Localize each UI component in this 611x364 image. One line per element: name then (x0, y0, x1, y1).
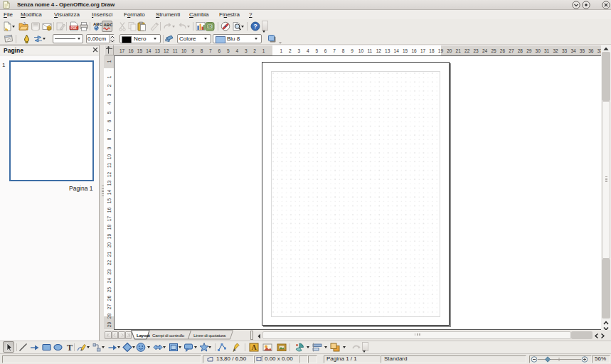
svg-text:PDF: PDF (70, 26, 77, 30)
svg-text:A: A (251, 343, 257, 351)
svg-text:ABC: ABC (93, 22, 103, 26)
svg-text:65: 65 (208, 25, 212, 28)
svg-text:@: @ (47, 26, 51, 31)
svg-text:?: ? (253, 23, 257, 30)
svg-text:T: T (66, 343, 72, 353)
svg-text:ABC: ABC (103, 23, 113, 27)
